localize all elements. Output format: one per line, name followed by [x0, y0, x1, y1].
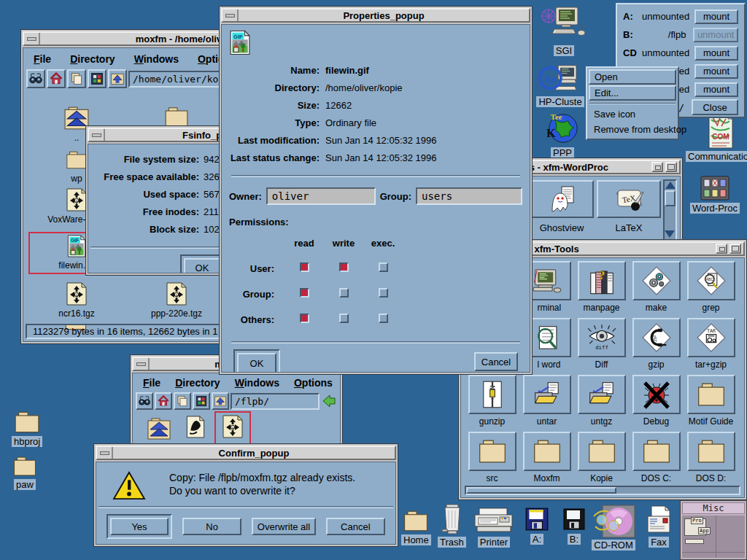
tool-item[interactable]: ZIP gzip [629, 318, 684, 375]
toolbar-button[interactable] [47, 69, 66, 88]
scroll-down-icon[interactable] [665, 230, 675, 238]
toolbar-button[interactable] [174, 392, 191, 410]
desktop-icon-fax[interactable]: Fax [645, 505, 673, 548]
file-updir[interactable] [146, 417, 172, 443]
write-checkbox[interactable] [339, 288, 349, 298]
tool-button[interactable]: ABC [687, 261, 735, 300]
scroll-up-icon[interactable] [665, 182, 676, 189]
desktop-icon-home[interactable]: Home [401, 509, 431, 545]
read-checkbox[interactable] [300, 262, 309, 272]
yes-button[interactable]: Yes [110, 518, 169, 535]
tool-item[interactable]: Moxfm [519, 432, 574, 489]
desktop-icon-floppy-b[interactable]: B: [562, 506, 587, 545]
desktop-icon-communication[interactable]: COM Communication [686, 113, 747, 162]
file-ncr16[interactable]: a ncr16.tgz [53, 281, 100, 319]
vertical-scrollbar[interactable] [663, 179, 677, 240]
toolbar-button[interactable] [26, 69, 45, 88]
mount-button[interactable]: mount [694, 64, 738, 79]
tool-item[interactable]: Debug [629, 375, 684, 432]
menu-item-save-icon[interactable]: Save icon [589, 106, 676, 122]
desktop-icon-paw[interactable]: paw [12, 455, 38, 490]
tool-button[interactable] [632, 432, 681, 471]
mini-window-pro[interactable]: Pro [691, 517, 703, 524]
tool-button[interactable] [687, 432, 735, 471]
file-tgz-selected[interactable]: a [222, 414, 244, 442]
menu-options[interactable]: Options [294, 377, 333, 389]
cancel-button[interactable]: Cancel [474, 352, 518, 371]
back-button[interactable] [321, 393, 337, 409]
toolbar-button[interactable] [193, 392, 210, 410]
maximize-button[interactable] [665, 162, 677, 172]
tool-button[interactable] [523, 375, 571, 414]
menu-item-edit[interactable]: Edit... [589, 85, 676, 101]
path-input[interactable] [231, 393, 320, 410]
ok-button[interactable]: OK [237, 353, 276, 373]
tool-item[interactable]: diff Diff [574, 318, 629, 375]
window-menu-button[interactable] [133, 358, 150, 370]
desktop-icon-hp-cluster[interactable]: hp HP-Cluste [535, 64, 586, 107]
window-menu-button[interactable] [97, 447, 113, 459]
tool-item[interactable]: ABC grep [684, 261, 738, 318]
minimize-button[interactable] [716, 244, 727, 254]
cancel-button[interactable]: Cancel [326, 518, 385, 535]
desktop-icon-floppy-a[interactable]: A: [524, 506, 550, 545]
mount-button[interactable]: mount [694, 46, 738, 61]
mini-window[interactable] [685, 539, 704, 544]
window-menu-button[interactable] [89, 129, 105, 141]
tool-item[interactable]: Motif Guide [684, 375, 738, 432]
tool-button[interactable]: diff [578, 318, 626, 357]
file-doc[interactable] [185, 415, 206, 442]
desktop-icon-sgi[interactable]: SGI [540, 6, 588, 56]
tool-button[interactable]: TAR [687, 318, 735, 357]
window-menu-button[interactable] [222, 9, 239, 21]
desktop-icon-word-proc[interactable]: Word-Proc [690, 175, 740, 214]
tool-button[interactable] [468, 432, 516, 471]
no-button[interactable]: No [182, 518, 241, 535]
tool-button[interactable] [578, 432, 626, 471]
exec-checkbox[interactable] [379, 262, 388, 272]
desktop-icon-trash[interactable]: Trash [438, 503, 466, 548]
titlebar[interactable]: Confirm_popup [96, 446, 396, 460]
tool-button[interactable] [632, 261, 681, 300]
toolbar-button[interactable] [88, 69, 107, 88]
toolbar-button[interactable] [136, 392, 153, 410]
toolbar-button[interactable] [67, 69, 86, 88]
menu-file[interactable]: File [143, 377, 160, 389]
tool-item[interactable]: TAR tar+gzip [684, 318, 738, 375]
desktop-icon-ppp[interactable]: TeeK PPP [543, 111, 582, 158]
tool-item[interactable]: DOS D: [684, 432, 738, 489]
desktop-icon-hbproj[interactable]: hbproj [12, 410, 42, 447]
menu-windows[interactable]: Windows [235, 377, 279, 389]
menu-directory[interactable]: Directory [70, 53, 115, 65]
menu-file[interactable]: File [34, 53, 51, 65]
desktop-icon-cdrom[interactable]: CD-ROM [591, 505, 636, 551]
mount-button[interactable]: mount [694, 82, 738, 97]
close-button[interactable]: Close [692, 99, 738, 115]
tool-button[interactable] [523, 432, 571, 471]
toolbar-button[interactable] [108, 69, 127, 88]
write-checkbox[interactable] [339, 314, 349, 323]
app-button[interactable] [530, 180, 594, 218]
read-checkbox[interactable] [300, 288, 309, 298]
app-item[interactable]: TeX LaTeX [597, 180, 661, 233]
mount-button[interactable]: mount [694, 9, 738, 24]
owner-input[interactable] [266, 187, 376, 205]
read-checkbox[interactable] [300, 314, 309, 323]
app-button[interactable]: TeX [597, 180, 661, 218]
scroll-thumb[interactable] [466, 487, 616, 494]
mini-window-app[interactable]: App [698, 527, 711, 534]
exec-checkbox[interactable] [379, 314, 388, 323]
overwrite-all-button[interactable]: Overwrite all [252, 518, 315, 535]
menu-item-open[interactable]: Open [589, 69, 676, 85]
tool-button[interactable] [578, 375, 626, 414]
scroll-thumb[interactable] [665, 190, 676, 206]
tool-item[interactable]: make [629, 261, 684, 318]
tool-button[interactable] [687, 375, 735, 414]
tool-item[interactable]: untgz [574, 375, 629, 432]
tool-item[interactable]: Kopie [574, 432, 629, 489]
maximize-button[interactable] [729, 244, 741, 254]
ok-button[interactable]: OK [184, 258, 220, 273]
menu-directory[interactable]: Directory [175, 377, 220, 389]
desktop-icon-printer[interactable]: Printer [473, 506, 515, 548]
mount-button[interactable]: unmount [693, 28, 738, 42]
